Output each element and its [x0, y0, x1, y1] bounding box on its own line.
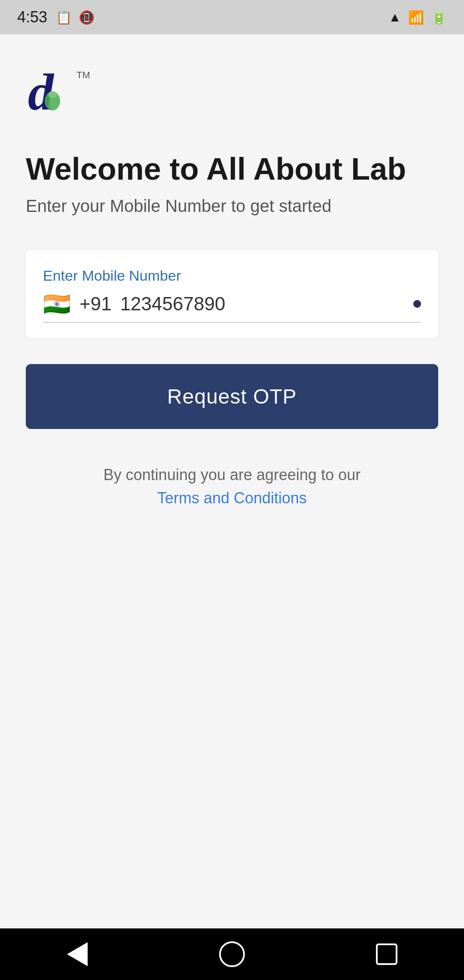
cursor-indicator: [413, 300, 421, 308]
status-time: 4:53: [17, 8, 47, 26]
wifi-icon: ▲: [388, 10, 401, 24]
logo-container: d TM: [26, 69, 438, 126]
country-flag-icon: 🇮🇳: [43, 293, 71, 315]
welcome-subtitle: Enter your Mobile Number to get started: [26, 196, 438, 216]
nav-back-button[interactable]: [56, 937, 99, 971]
terms-container: By continuing you are agreeing to our Te…: [26, 463, 438, 510]
country-code: +91: [79, 293, 112, 315]
status-icons: 📋 📵: [56, 10, 95, 25]
welcome-title: Welcome to All About Lab: [26, 152, 438, 186]
status-bar-left: 4:53 📋 📵: [17, 8, 95, 26]
mobile-number-input[interactable]: [120, 293, 403, 315]
phone-input-row[interactable]: 🇮🇳 +91: [43, 293, 421, 323]
nav-home-button[interactable]: [211, 937, 253, 971]
terms-prefix-text: By continuing you are agreeing to our: [104, 466, 360, 484]
home-icon: [219, 941, 245, 967]
svg-text:TM: TM: [76, 70, 90, 80]
sim-icon: 📵: [79, 10, 95, 25]
app-logo: d TM: [26, 69, 95, 125]
svg-point-2: [48, 91, 57, 98]
clipboard-icon: 📋: [56, 10, 72, 25]
battery-icon: 🔋: [431, 10, 447, 25]
phone-input-container: Enter Mobile Number 🇮🇳 +91: [26, 250, 438, 338]
status-bar-right: ▲ 📶 🔋: [388, 10, 447, 25]
terms-and-conditions-link[interactable]: Terms and Conditions: [157, 489, 307, 507]
nav-recents-button[interactable]: [365, 937, 408, 971]
request-otp-button[interactable]: Request OTP: [26, 364, 438, 429]
back-icon: [67, 942, 88, 966]
main-content: d TM Welcome to All About Lab Enter your…: [0, 34, 464, 928]
input-label: Enter Mobile Number: [43, 267, 421, 284]
signal-icon: 📶: [408, 10, 424, 25]
navigation-bar: [0, 928, 464, 980]
recents-icon: [376, 943, 397, 965]
status-bar: 4:53 📋 📵 ▲ 📶 🔋: [0, 0, 464, 34]
